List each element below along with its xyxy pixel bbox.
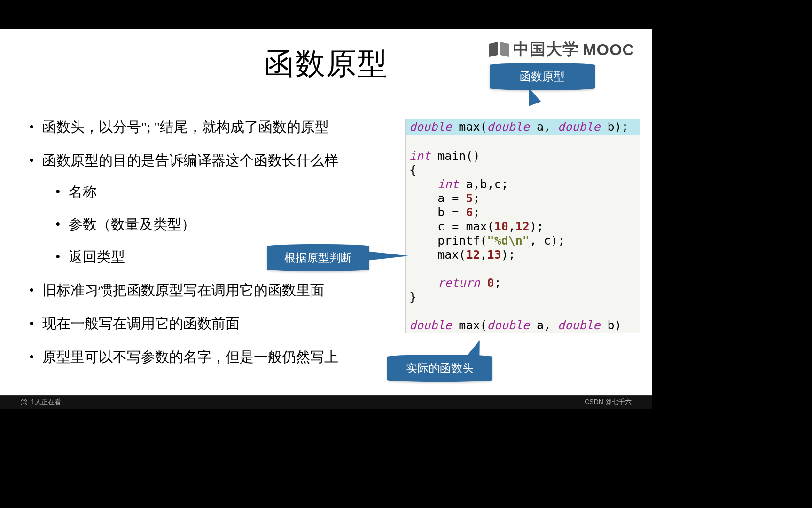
code-line: return 0; <box>406 276 640 290</box>
code-line: int a,b,c; <box>406 177 640 191</box>
bullet-item: 函数头，以分号"; "结尾，就构成了函数的原型 <box>29 118 396 136</box>
bullet-sub-item: 参数（数量及类型） <box>55 215 396 233</box>
callout-tail <box>367 251 409 261</box>
code-line: } <box>406 290 640 304</box>
viewers-label: 1人正在看 <box>31 398 61 406</box>
code-line: printf("%d\n", c); <box>406 234 640 248</box>
slide: 中国大学MOOC 函数原型 函数头，以分号"; "结尾，就构成了函数的原型 函数… <box>0 29 652 396</box>
video-bottom-bar: 1人正在看 CSDN @七千六 <box>0 395 652 409</box>
code-line-prototype: double max(double a, double b); <box>406 119 640 135</box>
code-line: int main() <box>406 149 640 163</box>
code-line: max(12,13); <box>406 248 640 262</box>
credit-label: CSDN @七千六 <box>585 398 632 406</box>
callout-judge-by-prototype: 根据原型判断 <box>267 244 369 271</box>
code-line: b = 6; <box>406 206 640 220</box>
video-area: 中国大学MOOC 函数原型 函数头，以分号"; "结尾，就构成了函数的原型 函数… <box>0 0 652 409</box>
bullet-sub-item: 名称 <box>55 183 396 201</box>
callout-prototype: 函数原型 <box>490 63 595 90</box>
bullet-item: 旧标准习惯把函数原型写在调用它的函数里面 <box>29 281 396 299</box>
code-block: double max(double a, double b); int main… <box>405 119 640 333</box>
person-icon <box>21 399 27 405</box>
code-line: c = max(10,12); <box>406 220 640 234</box>
bullet-item: 原型里可以不写参数的名字，但是一般仍然写上 <box>29 348 396 366</box>
code-line: a = 5; <box>406 191 640 206</box>
code-line-definition: double max(double a, double b) <box>406 318 640 333</box>
bullet-item: 现在一般写在调用它的函数前面 <box>29 314 396 333</box>
code-line: { <box>406 163 640 177</box>
